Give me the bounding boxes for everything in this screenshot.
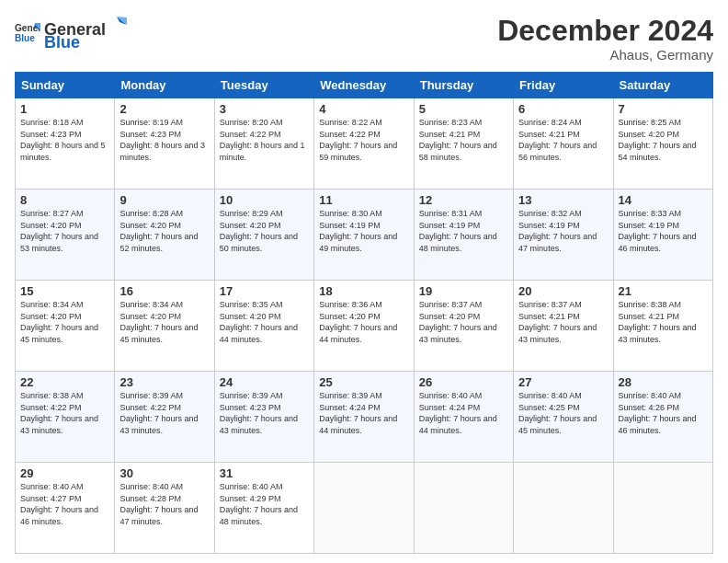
month-title: December 2024 bbox=[497, 15, 713, 47]
week-row-5: 29Sunrise: 8:40 AMSunset: 4:27 PMDayligh… bbox=[16, 463, 713, 554]
day-info: Sunrise: 8:22 AMSunset: 4:22 PMDaylight:… bbox=[319, 118, 397, 162]
day-number: 4 bbox=[319, 102, 408, 116]
day-info: Sunrise: 8:40 AMSunset: 4:26 PMDaylight:… bbox=[619, 391, 697, 435]
day-cell: 18Sunrise: 8:36 AMSunset: 4:20 PMDayligh… bbox=[314, 281, 414, 372]
day-info: Sunrise: 8:35 AMSunset: 4:20 PMDaylight:… bbox=[220, 300, 298, 344]
day-number: 15 bbox=[20, 284, 109, 298]
day-number: 14 bbox=[619, 193, 708, 207]
day-info: Sunrise: 8:36 AMSunset: 4:20 PMDaylight:… bbox=[319, 300, 397, 344]
day-cell: 6Sunrise: 8:24 AMSunset: 4:21 PMDaylight… bbox=[514, 98, 613, 190]
day-info: Sunrise: 8:40 AMSunset: 4:28 PMDaylight:… bbox=[119, 482, 198, 526]
week-row-1: 1Sunrise: 8:18 AMSunset: 4:23 PMDaylight… bbox=[16, 98, 713, 190]
day-cell: 20Sunrise: 8:37 AMSunset: 4:21 PMDayligh… bbox=[514, 281, 613, 372]
day-info: Sunrise: 8:38 AMSunset: 4:21 PMDaylight:… bbox=[619, 300, 697, 344]
day-info: Sunrise: 8:18 AMSunset: 4:23 PMDaylight:… bbox=[20, 118, 106, 162]
day-number: 19 bbox=[419, 284, 508, 298]
day-info: Sunrise: 8:23 AMSunset: 4:21 PMDaylight:… bbox=[419, 118, 497, 162]
day-number: 26 bbox=[419, 375, 508, 389]
day-number: 17 bbox=[220, 284, 309, 298]
day-cell: 28Sunrise: 8:40 AMSunset: 4:26 PMDayligh… bbox=[613, 372, 712, 463]
day-info: Sunrise: 8:25 AMSunset: 4:20 PMDaylight:… bbox=[619, 118, 697, 162]
day-info: Sunrise: 8:38 AMSunset: 4:22 PMDaylight:… bbox=[20, 391, 98, 435]
day-cell: 4Sunrise: 8:22 AMSunset: 4:22 PMDaylight… bbox=[314, 98, 414, 190]
day-number: 29 bbox=[20, 466, 109, 480]
col-header-monday: Monday bbox=[115, 73, 214, 98]
day-info: Sunrise: 8:37 AMSunset: 4:20 PMDaylight:… bbox=[419, 300, 497, 344]
day-number: 10 bbox=[220, 193, 309, 207]
day-cell: 8Sunrise: 8:27 AMSunset: 4:20 PMDaylight… bbox=[16, 190, 115, 281]
day-info: Sunrise: 8:33 AMSunset: 4:19 PMDaylight:… bbox=[619, 209, 697, 253]
day-cell: 27Sunrise: 8:40 AMSunset: 4:25 PMDayligh… bbox=[514, 372, 613, 463]
day-number: 22 bbox=[20, 375, 109, 389]
week-row-2: 8Sunrise: 8:27 AMSunset: 4:20 PMDaylight… bbox=[16, 190, 713, 281]
header-row: SundayMondayTuesdayWednesdayThursdayFrid… bbox=[16, 73, 713, 98]
day-info: Sunrise: 8:29 AMSunset: 4:20 PMDaylight:… bbox=[220, 209, 298, 253]
day-info: Sunrise: 8:39 AMSunset: 4:22 PMDaylight:… bbox=[119, 391, 198, 435]
day-cell bbox=[314, 463, 414, 554]
day-number: 5 bbox=[419, 102, 508, 116]
day-info: Sunrise: 8:32 AMSunset: 4:19 PMDaylight:… bbox=[518, 209, 597, 253]
day-info: Sunrise: 8:20 AMSunset: 4:22 PMDaylight:… bbox=[220, 118, 305, 162]
day-number: 18 bbox=[319, 284, 408, 298]
day-info: Sunrise: 8:27 AMSunset: 4:20 PMDaylight:… bbox=[20, 209, 98, 253]
day-cell: 15Sunrise: 8:34 AMSunset: 4:20 PMDayligh… bbox=[16, 281, 115, 372]
day-cell: 30Sunrise: 8:40 AMSunset: 4:28 PMDayligh… bbox=[115, 463, 214, 554]
day-cell: 22Sunrise: 8:38 AMSunset: 4:22 PMDayligh… bbox=[16, 372, 115, 463]
day-cell: 2Sunrise: 8:19 AMSunset: 4:23 PMDaylight… bbox=[115, 98, 214, 190]
day-cell: 3Sunrise: 8:20 AMSunset: 4:22 PMDaylight… bbox=[214, 98, 313, 190]
day-info: Sunrise: 8:31 AMSunset: 4:19 PMDaylight:… bbox=[419, 209, 497, 253]
day-number: 30 bbox=[119, 466, 209, 480]
header: General Blue General Blue Decembe bbox=[15, 15, 713, 63]
day-cell: 25Sunrise: 8:39 AMSunset: 4:24 PMDayligh… bbox=[314, 372, 414, 463]
logo-icon: General Blue bbox=[15, 20, 40, 46]
day-info: Sunrise: 8:39 AMSunset: 4:24 PMDaylight:… bbox=[319, 391, 397, 435]
logo: General Blue General Blue bbox=[15, 15, 128, 52]
day-number: 20 bbox=[518, 284, 608, 298]
day-number: 9 bbox=[119, 193, 209, 207]
svg-text:Blue: Blue bbox=[15, 33, 35, 43]
day-number: 16 bbox=[119, 284, 209, 298]
day-number: 13 bbox=[518, 193, 608, 207]
day-info: Sunrise: 8:34 AMSunset: 4:20 PMDaylight:… bbox=[119, 300, 198, 344]
day-cell: 10Sunrise: 8:29 AMSunset: 4:20 PMDayligh… bbox=[214, 190, 313, 281]
day-cell: 12Sunrise: 8:31 AMSunset: 4:19 PMDayligh… bbox=[414, 190, 513, 281]
day-number: 6 bbox=[518, 102, 608, 116]
day-number: 31 bbox=[220, 466, 309, 480]
col-header-tuesday: Tuesday bbox=[214, 73, 313, 98]
logo-wordmark: General Blue bbox=[44, 15, 128, 52]
day-cell: 21Sunrise: 8:38 AMSunset: 4:21 PMDayligh… bbox=[613, 281, 712, 372]
day-number: 25 bbox=[319, 375, 408, 389]
col-header-friday: Friday bbox=[514, 73, 613, 98]
day-cell: 24Sunrise: 8:39 AMSunset: 4:23 PMDayligh… bbox=[214, 372, 313, 463]
day-cell: 26Sunrise: 8:40 AMSunset: 4:24 PMDayligh… bbox=[414, 372, 513, 463]
col-header-wednesday: Wednesday bbox=[314, 73, 414, 98]
day-info: Sunrise: 8:24 AMSunset: 4:21 PMDaylight:… bbox=[518, 118, 597, 162]
calendar-table: SundayMondayTuesdayWednesdayThursdayFrid… bbox=[15, 72, 713, 554]
col-header-sunday: Sunday bbox=[16, 73, 115, 98]
day-number: 24 bbox=[220, 375, 309, 389]
day-number: 23 bbox=[119, 375, 209, 389]
week-row-4: 22Sunrise: 8:38 AMSunset: 4:22 PMDayligh… bbox=[16, 372, 713, 463]
day-cell: 9Sunrise: 8:28 AMSunset: 4:20 PMDaylight… bbox=[115, 190, 214, 281]
day-cell: 14Sunrise: 8:33 AMSunset: 4:19 PMDayligh… bbox=[613, 190, 712, 281]
day-info: Sunrise: 8:39 AMSunset: 4:23 PMDaylight:… bbox=[220, 391, 298, 435]
day-cell: 19Sunrise: 8:37 AMSunset: 4:20 PMDayligh… bbox=[414, 281, 513, 372]
day-cell: 29Sunrise: 8:40 AMSunset: 4:27 PMDayligh… bbox=[16, 463, 115, 554]
day-number: 1 bbox=[20, 102, 109, 116]
day-cell: 5Sunrise: 8:23 AMSunset: 4:21 PMDaylight… bbox=[414, 98, 513, 190]
page: General Blue General Blue Decembe bbox=[0, 0, 728, 563]
day-cell: 13Sunrise: 8:32 AMSunset: 4:19 PMDayligh… bbox=[514, 190, 613, 281]
calendar-body: 1Sunrise: 8:18 AMSunset: 4:23 PMDaylight… bbox=[16, 98, 713, 554]
day-number: 3 bbox=[220, 102, 309, 116]
day-number: 7 bbox=[619, 102, 708, 116]
day-number: 12 bbox=[419, 193, 508, 207]
day-number: 28 bbox=[619, 375, 708, 389]
col-header-saturday: Saturday bbox=[613, 73, 712, 98]
day-cell bbox=[414, 463, 513, 554]
day-cell: 17Sunrise: 8:35 AMSunset: 4:20 PMDayligh… bbox=[214, 281, 313, 372]
day-cell: 7Sunrise: 8:25 AMSunset: 4:20 PMDaylight… bbox=[613, 98, 712, 190]
day-info: Sunrise: 8:40 AMSunset: 4:24 PMDaylight:… bbox=[419, 391, 497, 435]
day-number: 8 bbox=[20, 193, 109, 207]
day-number: 11 bbox=[319, 193, 408, 207]
day-cell: 31Sunrise: 8:40 AMSunset: 4:29 PMDayligh… bbox=[214, 463, 313, 554]
